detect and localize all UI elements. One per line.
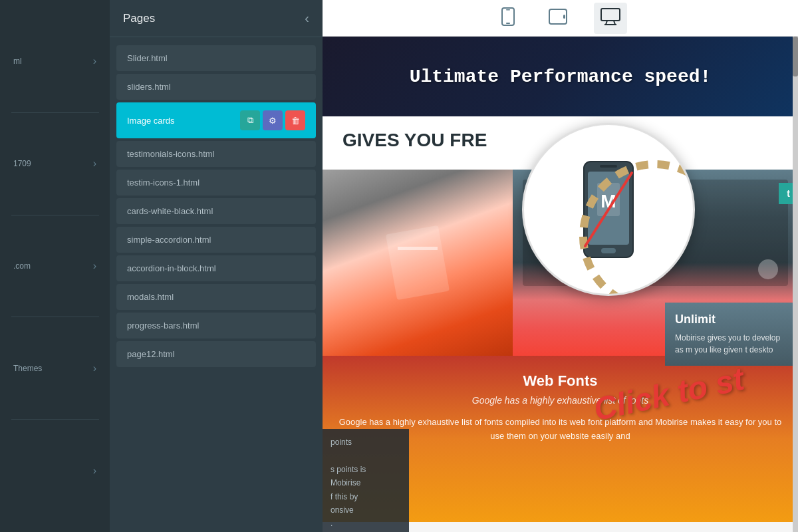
toolbar bbox=[323, 0, 798, 37]
page-item-testim-icons[interactable]: testim-icons-1.html bbox=[116, 170, 316, 196]
page-settings-button[interactable]: ⚙ bbox=[263, 110, 283, 130]
sidebar-item-3[interactable]: .com › bbox=[0, 248, 110, 284]
sidebar: ml › 1709 › .com › Themes › › bbox=[0, 0, 110, 532]
page-item-actions: ⧉ ⚙ 🗑 bbox=[240, 110, 305, 130]
chevron-icon-1: › bbox=[93, 55, 96, 67]
sidebar-item-text-2: 1709 bbox=[13, 159, 31, 168]
svg-rect-5 bbox=[601, 9, 620, 21]
page-item-label-11: page12.html bbox=[127, 349, 305, 359]
svg-rect-4 bbox=[563, 15, 565, 19]
page-item-label-1: Slider.html bbox=[127, 53, 305, 63]
desktop-device-button[interactable] bbox=[594, 3, 627, 34]
page-item-page12[interactable]: page12.html bbox=[116, 341, 316, 367]
page-item-label-3: Image cards bbox=[127, 116, 240, 126]
tablet-device-button[interactable] bbox=[542, 3, 574, 34]
pages-panel: Pages ‹ Slider.html sliders.html Image c… bbox=[110, 0, 323, 532]
unlimited-title: Unlimit bbox=[675, 313, 788, 327]
divider-3 bbox=[11, 317, 99, 317]
sidebar-item-text-1: ml bbox=[13, 57, 22, 66]
divider-2 bbox=[11, 215, 99, 215]
chevron-icon-themes: › bbox=[93, 362, 96, 374]
sidebar-item-themes-label: Themes bbox=[13, 364, 42, 373]
page-item-label-2: sliders.html bbox=[127, 82, 305, 92]
points-text: points s points is Mobirise f this by on… bbox=[331, 438, 366, 528]
page-item-label-10: progress-bars.html bbox=[127, 321, 305, 331]
teal-btn-label: t bbox=[787, 188, 790, 199]
page-item-image-cards[interactable]: Image cards ⧉ ⚙ 🗑 bbox=[116, 102, 316, 138]
pages-header: Pages ‹ bbox=[110, 0, 323, 37]
page-delete-button[interactable]: 🗑 bbox=[285, 110, 305, 130]
page-item-simple-accordion[interactable]: simple-accordion.html bbox=[116, 227, 316, 253]
sidebar-item-5[interactable]: › bbox=[0, 453, 110, 489]
chevron-icon-3: › bbox=[93, 260, 96, 272]
page-item-label-4: testimonials-icons.html bbox=[127, 149, 305, 159]
banner-text: Ultimate Performance speed! bbox=[410, 66, 712, 87]
sidebar-item-2[interactable]: 1709 › bbox=[0, 146, 110, 182]
page-item-testimonials-icons[interactable]: testimonials-icons.html bbox=[116, 141, 316, 167]
phone-icon-wrapper: M bbox=[579, 160, 638, 259]
page-item-sliders[interactable]: sliders.html bbox=[116, 74, 316, 100]
svg-rect-1 bbox=[506, 23, 510, 24]
red-line-svg bbox=[579, 160, 638, 259]
sidebar-item-text-3: .com bbox=[13, 261, 31, 271]
chevron-icon-2: › bbox=[93, 158, 96, 170]
page-item-label-8: accordion-in-block.html bbox=[127, 263, 305, 273]
card-image-1 bbox=[323, 170, 513, 356]
page-item-label-9: modals.html bbox=[127, 292, 305, 302]
page-item-progress-bars[interactable]: progress-bars.html bbox=[116, 313, 316, 338]
page-item-label-5: testim-icons-1.html bbox=[127, 178, 305, 188]
page-copy-button[interactable]: ⧉ bbox=[240, 110, 260, 130]
preview-banner: Ultimate Performance speed! bbox=[323, 37, 798, 116]
page-item-label-6: cards-white-black.html bbox=[127, 206, 305, 216]
unlimited-desc: Mobirise gives you to develop as m you l… bbox=[675, 332, 788, 356]
web-fonts-title: Web Fonts bbox=[336, 372, 785, 390]
svg-line-16 bbox=[585, 173, 632, 246]
preview-area: Ultimate Performance speed! GIVES YOU FR… bbox=[323, 37, 798, 532]
chevron-icon-5: › bbox=[93, 465, 96, 477]
svg-rect-2 bbox=[506, 9, 510, 11]
pages-title: Pages bbox=[123, 12, 155, 25]
mobile-device-button[interactable] bbox=[494, 2, 522, 35]
main-content: Ultimate Performance speed! GIVES YOU FR… bbox=[323, 0, 798, 532]
points-section: points s points is Mobirise f this by on… bbox=[323, 429, 409, 532]
preview-scrollbar[interactable] bbox=[793, 37, 798, 532]
sidebar-item-1[interactable]: ml › bbox=[0, 43, 110, 79]
page-item-cards-wb[interactable]: cards-white-black.html bbox=[116, 198, 316, 224]
web-fonts-subtitle: Google has a highly exhaustive list of f… bbox=[336, 395, 785, 406]
unlimited-section: Unlimit Mobirise gives you to develop as… bbox=[665, 303, 798, 366]
page-item-label-7: simple-accordion.html bbox=[127, 235, 305, 245]
divider-1 bbox=[11, 112, 99, 113]
scroll-thumb bbox=[793, 37, 798, 76]
sidebar-item-themes[interactable]: Themes › bbox=[0, 350, 110, 386]
page-item-modals[interactable]: modals.html bbox=[116, 284, 316, 310]
pages-close-button[interactable]: ‹ bbox=[305, 11, 309, 26]
page-item-slider[interactable]: Slider.html bbox=[116, 45, 316, 71]
pages-list: Slider.html sliders.html Image cards ⧉ ⚙… bbox=[110, 37, 323, 532]
page-item-accordion-block[interactable]: accordion-in-block.html bbox=[116, 255, 316, 281]
divider-4 bbox=[11, 419, 99, 420]
phone-circle-overlay: M bbox=[522, 123, 695, 296]
